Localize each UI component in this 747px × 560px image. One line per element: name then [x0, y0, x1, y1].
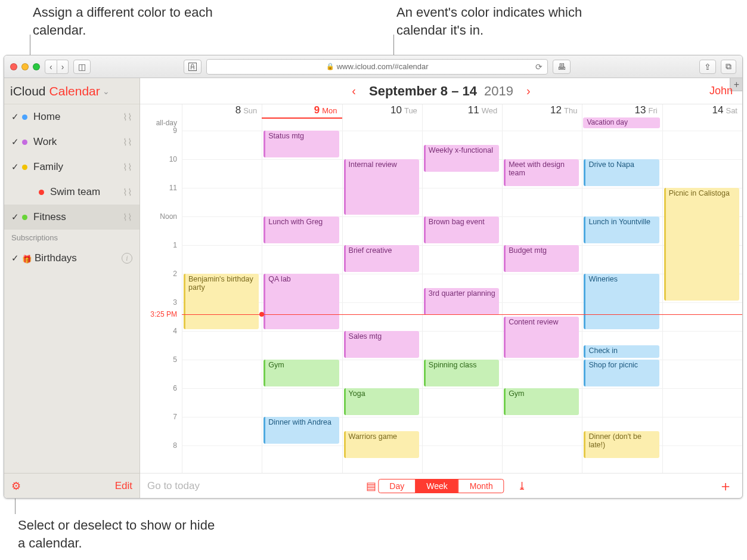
download-icon[interactable]: ⤓ — [517, 479, 526, 493]
calendar-event[interactable]: Dinner with Andrea — [264, 417, 339, 444]
gear-icon[interactable]: ⚙ — [11, 479, 21, 493]
checkmark-icon[interactable]: ✓ — [11, 253, 22, 264]
calendar-event[interactable]: Dinner (don't be late!) — [584, 431, 659, 458]
calendar-event[interactable]: Internal review — [344, 159, 419, 215]
day-name: Sun — [243, 106, 257, 115]
current-time-label: 3:25 PM — [140, 310, 182, 318]
checkmark-icon[interactable]: ✓ — [11, 162, 22, 172]
hour-label: 3 — [140, 298, 182, 307]
calendar-event[interactable]: Content review — [504, 317, 579, 358]
go-to-today[interactable]: Go to today — [147, 480, 200, 492]
calendar-event[interactable]: Status mtg — [264, 131, 339, 157]
date-range: ‹ September 8 – 14 2019 › — [348, 83, 534, 99]
calendar-event[interactable]: Check in — [584, 345, 659, 358]
subscription-item-birthdays[interactable]: ✓🎁Birthdaysi — [4, 246, 140, 271]
calendar-event[interactable]: Drive to Napa — [584, 159, 659, 186]
calendar-item-home[interactable]: ✓Home⌇⌇ — [4, 104, 140, 129]
calendar-main: ‹ September 8 – 14 2019 › John all-day 9… — [140, 78, 742, 498]
safari-window: ‹ › ◫ 🄰 🔒 www.icloud.com/#calendar ⟳ 🖶 ⇪… — [4, 55, 743, 499]
broadcast-icon[interactable]: ⌇⌇ — [123, 187, 132, 198]
calendar-event[interactable]: Picnic in Calistoga — [664, 188, 739, 301]
day-name: Mon — [322, 106, 337, 115]
calendar-item-swim-team[interactable]: Swim team⌇⌇ — [4, 180, 140, 205]
calendar-list: ✓Home⌇⌇✓Work⌇⌇✓Family⌇⌇Swim team⌇⌇✓Fitne… — [4, 104, 140, 473]
prev-week-button[interactable]: ‹ — [348, 84, 359, 98]
calendar-name: Work — [33, 136, 57, 148]
share-button[interactable]: ⇪ — [699, 60, 716, 74]
calendar-event[interactable]: Shop for picnic — [584, 360, 659, 386]
view-month[interactable]: Month — [458, 479, 504, 493]
calendar-name: Fitness — [33, 211, 66, 223]
edit-button[interactable]: Edit — [115, 480, 132, 492]
year-text: 2019 — [484, 83, 513, 98]
zoom-window-button[interactable] — [33, 63, 40, 70]
day-header: 9Mon — [262, 104, 342, 117]
app-title[interactable]: iCloud Calendar ⌄ — [4, 78, 140, 104]
view-segmented-control: DayWeekMonth — [378, 479, 504, 493]
broadcast-icon[interactable]: ⌇⌇ — [123, 137, 132, 148]
reader-button[interactable]: 🄰 — [184, 60, 202, 74]
back-button[interactable]: ‹ — [45, 60, 57, 74]
minimize-window-button[interactable] — [21, 63, 29, 70]
broadcast-icon[interactable]: ⌇⌇ — [123, 212, 132, 223]
calendar-name: Swim team — [50, 186, 100, 198]
today-marker — [262, 117, 342, 119]
calendar-color-dot — [22, 215, 27, 220]
view-day[interactable]: Day — [379, 479, 415, 493]
gift-icon: 🎁 — [22, 255, 30, 262]
hour-gridline — [182, 245, 742, 246]
sidebar-toggle-button[interactable]: ◫ — [73, 60, 91, 74]
broadcast-icon[interactable]: ⌇⌇ — [123, 162, 132, 173]
address-bar[interactable]: 🔒 www.icloud.com/#calendar ⟳ — [206, 59, 548, 75]
calendar-event[interactable]: Weekly x-functional — [424, 145, 499, 172]
calendar-event[interactable]: Lunch in Yountville — [584, 216, 659, 243]
mini-calendar-icon[interactable]: ▤ — [366, 479, 376, 493]
day-name: Thu — [564, 106, 577, 115]
hour-label: 11 — [140, 184, 182, 192]
calendar-item-work[interactable]: ✓Work⌇⌇ — [4, 129, 140, 154]
calendar-event[interactable]: Meet with design team — [504, 159, 579, 186]
user-name[interactable]: John — [709, 85, 733, 97]
calendar-event[interactable]: Budget mtg — [504, 245, 579, 272]
calendar-event[interactable]: Brown bag event — [424, 216, 499, 243]
tabs-button[interactable]: ⧉ — [721, 60, 736, 74]
broadcast-icon[interactable]: ⌇⌇ — [123, 112, 132, 123]
forward-button[interactable]: › — [57, 60, 69, 74]
add-event-button[interactable]: ＋ — [718, 477, 733, 496]
calendar-event[interactable]: 3rd quarter planning — [424, 288, 499, 315]
calendar-event[interactable]: Wineries — [584, 274, 659, 329]
calendar-event[interactable]: Brief creative — [344, 245, 419, 272]
day-number: 14 — [712, 104, 724, 116]
calendar-event[interactable]: Yoga — [344, 388, 419, 415]
day-header: 8Sun — [182, 104, 262, 117]
calendar-event[interactable]: Lunch with Greg — [264, 216, 339, 243]
callout-color: Assign a different color to each calenda… — [33, 4, 224, 39]
calendar-event[interactable]: Warriors game — [344, 431, 419, 458]
close-window-button[interactable] — [10, 63, 17, 70]
print-button[interactable]: 🖶 — [553, 60, 571, 74]
calendar-event[interactable]: QA lab — [264, 274, 339, 329]
browser-toolbar: ‹ › ◫ 🄰 🔒 www.icloud.com/#calendar ⟳ 🖶 ⇪… — [4, 55, 742, 78]
calendar-label: Calendar — [49, 84, 100, 98]
calendar-event[interactable]: Spinning class — [424, 360, 499, 386]
calendar-color-dot — [22, 165, 27, 170]
day-header: 14Sat — [662, 104, 742, 117]
calendar-event[interactable]: Sales mtg — [344, 331, 419, 358]
view-week[interactable]: Week — [415, 479, 458, 493]
calendar-item-fitness[interactable]: ✓Fitness⌇⌇ — [4, 205, 140, 230]
calendar-event[interactable]: Gym — [504, 388, 579, 415]
current-time-line — [182, 314, 742, 315]
calendar-item-family[interactable]: ✓Family⌇⌇ — [4, 154, 140, 180]
hour-label: 8 — [140, 441, 182, 450]
next-week-button[interactable]: › — [523, 84, 534, 98]
checkmark-icon[interactable]: ✓ — [11, 137, 22, 147]
calendar-event[interactable]: Benjamin's birthday party — [184, 274, 259, 329]
hour-label: 1 — [140, 241, 182, 249]
calendar-event[interactable]: Gym — [264, 360, 339, 386]
calendar-name: Home — [33, 111, 60, 123]
checkmark-icon[interactable]: ✓ — [11, 212, 22, 222]
allday-event[interactable]: Vacation day — [583, 117, 659, 128]
reload-icon[interactable]: ⟳ — [535, 62, 543, 72]
checkmark-icon[interactable]: ✓ — [11, 112, 22, 122]
info-icon[interactable]: i — [122, 253, 132, 264]
